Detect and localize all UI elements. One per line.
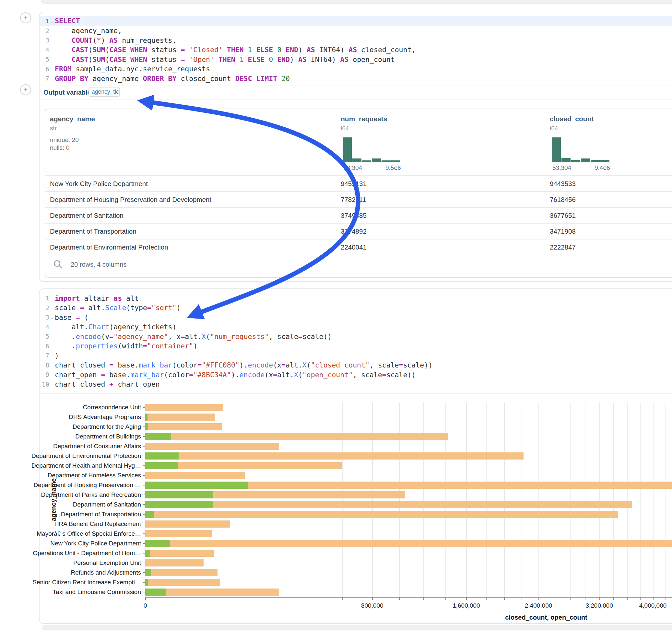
y-axis-label: Correspondence Unit (83, 404, 141, 411)
code-line[interactable]: 3 COUNT(*) AS num_requests, (40, 35, 672, 45)
table-row[interactable]: Department of Housing Preservation and D… (45, 191, 672, 207)
bar-open[interactable] (145, 462, 178, 469)
x-axis-tick (653, 598, 653, 600)
bar-open[interactable] (145, 579, 148, 586)
bar-open[interactable] (145, 569, 151, 576)
bar-open[interactable] (145, 433, 171, 440)
bar-open[interactable] (145, 550, 150, 557)
bar-open[interactable] (145, 511, 154, 518)
table-row[interactable]: Department of Environmental Protection22… (45, 239, 672, 255)
output-variable-input[interactable]: agency_tickets (89, 87, 120, 97)
line-number: 6 (40, 66, 49, 73)
x-axis-tick (599, 598, 600, 600)
bar-closed[interactable] (145, 443, 279, 450)
python-code-editor[interactable]: 1import altair as alt2scale = alt.Scale(… (40, 293, 672, 390)
gridline (259, 403, 259, 597)
y-axis-label: New York City Police Department (50, 540, 141, 547)
column-header-closed_count[interactable]: closed_count (550, 115, 594, 123)
bar-closed[interactable] (145, 520, 230, 528)
histogram-bar (600, 160, 609, 162)
code-line[interactable]: 9chart_open = base.mark_bar(color="#8BC3… (40, 370, 672, 380)
sql-code-editor[interactable]: 1⌄SELECT2 agency_name,3 COUNT(*) AS num_… (40, 16, 672, 86)
histogram-bar (343, 138, 352, 162)
table-cell: Department of Sanitation (50, 208, 123, 224)
code-line[interactable]: 5 .encode(y="agency_name", x=alt.X("num_… (40, 332, 672, 341)
code-line[interactable]: 10chart_closed + chart_open (40, 380, 672, 389)
gridline (399, 403, 400, 597)
histogram-min-label: 53,304 (552, 164, 571, 171)
code-fold-icon[interactable]: ⌄ (49, 315, 55, 320)
code-line[interactable]: 5 CAST(SUM(CASE WHEN status = 'Open' THE… (40, 54, 672, 64)
y-axis-label: Department of Homeless Services (48, 472, 141, 479)
code-line[interactable]: 2 agency_name, (40, 26, 672, 35)
line-number: 9 (40, 371, 49, 378)
x-axis-tick (538, 598, 539, 600)
table-row[interactable]: New York City Police Department945313194… (45, 175, 672, 191)
code-text: chart_open = base.mark_bar(color="#8BC34… (55, 371, 415, 379)
y-axis-tick (143, 456, 145, 456)
add-cell-button-mid[interactable]: + (20, 84, 31, 95)
bar-closed[interactable] (145, 511, 618, 518)
histogram-bar (591, 160, 600, 162)
bar-closed[interactable] (145, 569, 217, 576)
bar-open[interactable] (145, 501, 213, 508)
x-axis-tick (423, 598, 424, 600)
code-line[interactable]: 6FROM sample_data.nyc.service_requests (40, 64, 672, 74)
column-type: i64 (341, 125, 349, 132)
line-number: 6 (40, 343, 49, 350)
bar-open[interactable] (145, 540, 170, 547)
y-axis-label: Department of Environmental Protection (31, 453, 141, 460)
bar-closed[interactable] (145, 433, 448, 440)
code-line[interactable]: 1⌄SELECT (40, 16, 672, 26)
code-line[interactable]: 2scale = alt.Scale(type="sqrt") (40, 303, 672, 313)
bar-closed[interactable] (145, 413, 215, 421)
column-histogram (552, 138, 610, 162)
code-line[interactable]: 1import altair as alt (40, 293, 672, 303)
table-cell: 9453131 (341, 176, 367, 192)
column-header-agency_name[interactable]: agency_name (50, 115, 95, 123)
bar-open[interactable] (145, 453, 178, 460)
bar-closed[interactable] (145, 540, 672, 547)
code-text: agency_name, (55, 27, 122, 35)
bar-closed[interactable] (145, 423, 222, 430)
code-line[interactable]: 3⌄base = ( (40, 312, 672, 322)
histogram-bar (372, 159, 381, 162)
bar-closed[interactable] (145, 404, 223, 411)
table-row[interactable]: Department of Transportation377489234719… (45, 223, 672, 239)
line-number: 4 (40, 46, 49, 53)
bar-closed[interactable] (145, 579, 220, 586)
code-line[interactable]: 6 .properties(width="container") (40, 341, 672, 351)
code-line[interactable]: 7GROUP BY agency_name ORDER BY closed_co… (40, 74, 672, 83)
y-axis-tick (143, 572, 145, 573)
y-axis-tick (143, 446, 145, 446)
bar-open[interactable] (145, 482, 248, 489)
bar-open[interactable] (145, 491, 213, 499)
bar-closed[interactable] (145, 501, 632, 508)
add-cell-button-top[interactable]: + (20, 12, 31, 23)
table-row[interactable]: Department of Sanitation37494853677651 (45, 207, 672, 223)
code-text: chart_closed = base.mark_bar(color="#FFC… (55, 361, 432, 369)
search-icon[interactable] (52, 259, 64, 270)
x-axis-tick (666, 598, 666, 600)
x-axis-tick-label: 2,400,000 (525, 602, 552, 609)
bar-closed[interactable] (145, 453, 524, 460)
y-axis-label: Operations Unit - Department of Hom… (33, 550, 141, 557)
bar-closed[interactable] (145, 559, 203, 566)
bar-open[interactable] (145, 413, 147, 421)
bar-open[interactable] (145, 588, 166, 596)
code-fold-icon[interactable]: ⌄ (49, 19, 55, 24)
x-axis-line (145, 597, 672, 598)
y-axis-label: Personal Exemption Unit (73, 559, 141, 566)
bar-closed[interactable] (145, 472, 245, 479)
bar-closed[interactable] (145, 530, 212, 537)
code-line[interactable]: 8chart_closed = base.mark_bar(color="#FF… (40, 360, 672, 370)
bar-open[interactable] (145, 423, 148, 430)
gridline (613, 403, 614, 597)
previous-cell-edge (41, 0, 672, 4)
y-axis-tick (143, 563, 145, 563)
code-line[interactable]: 4 alt.Chart(agency_tickets) (40, 322, 672, 332)
bar-closed[interactable] (145, 550, 214, 557)
code-line[interactable]: 7) (40, 350, 672, 360)
code-line[interactable]: 4 CAST(SUM(CASE WHEN status = 'Closed' T… (40, 45, 672, 55)
column-header-num_requests[interactable]: num_requests (341, 115, 387, 123)
